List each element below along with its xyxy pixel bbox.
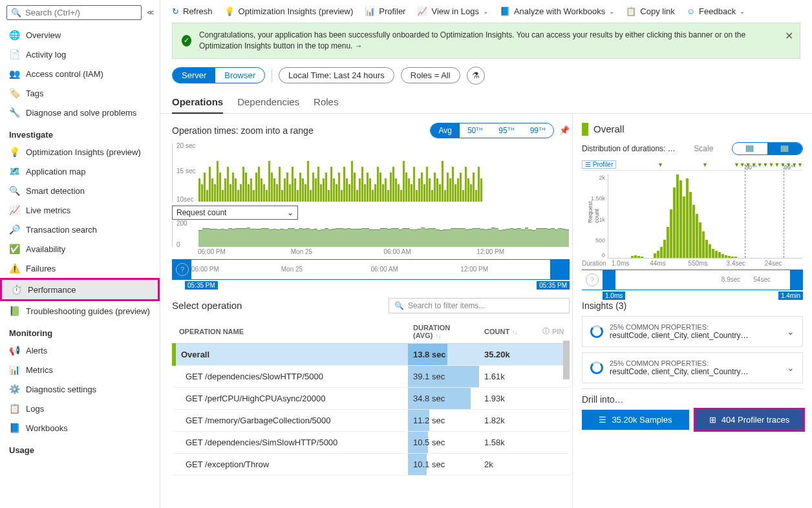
onboarding-banner[interactable]: ✓ Congratulations, your application has … [172,23,800,59]
smile-icon: ☺ [687,6,695,16]
donut-icon [590,325,603,338]
nav-item-label: Alerts [26,346,47,355]
time-range-slider[interactable]: ? 06:00 PMMon 2506:00 AM12:00 PM 05:35 P… [172,259,570,280]
sidebar-item-troubleshooting-guides-preview[interactable]: 📗Troubleshooting guides (preview) [0,301,160,321]
col-count[interactable]: COUNT↑↓ [479,320,537,344]
insight-card[interactable]: 25% COMMON PROPERTIES:resultCode, client… [582,316,803,347]
sidebar-item-performance[interactable]: ⏱️Performance [0,278,160,301]
percentile-99[interactable]: 99ᵀᴴ [522,123,553,138]
nav-item-label: Diagnostic settings [26,385,96,394]
sidebar-item-live-metrics[interactable]: 📈Live metrics [0,200,160,220]
sidebar-item-diagnose-and-solve-problems[interactable]: 🔧Diagnose and solve problems [0,103,160,122]
nav-item-icon: 📗 [9,306,19,316]
sidebar-search[interactable]: 🔍 [6,5,142,20]
table-row[interactable]: GET /exception/Throw10.1 sec2k [174,453,570,475]
sidebar-item-workbooks[interactable]: 📘Workbooks [0,418,160,438]
table-row[interactable]: GET /memory/GarbageCollection/500011.2 s… [174,409,570,431]
browser-toggle[interactable]: Browser [215,68,264,83]
profiler-marker-icon: ▼ [734,162,740,168]
optimization-insights-button[interactable]: 💡Optimization Insights (preview) [224,6,354,16]
sidebar-item-activity-log[interactable]: 📄Activity log [0,45,160,64]
funnel-icon: ⚗ [472,70,480,80]
sidebar-item-access-control-iam-[interactable]: 👥Access control (IAM) [0,64,160,83]
tab-dependencies[interactable]: Dependencies [237,91,299,113]
nav-item-label: Logs [26,404,44,414]
table-scrollbar[interactable] [563,341,570,379]
percentile-95[interactable]: 95ᵀᴴ [491,123,522,138]
percentile-50[interactable]: 50ᵀᴴ [460,123,491,138]
sidebar-item-transaction-search[interactable]: 🔎Transaction search [0,220,160,239]
profiler-icon: 📊 [365,6,375,16]
slider-handle-right[interactable] [790,270,803,290]
insight-title: 25% COMMON PROPERTIES: [610,359,780,367]
sidebar-item-tags[interactable]: 🏷️Tags [0,83,160,103]
sidebar-item-optimization-insights-preview-[interactable]: 💡Optimization Insights (preview) [0,142,160,162]
table-row[interactable]: GET /perfCPU/HighCPUAsync/2000034.8 sec1… [174,387,570,409]
request-count-dropdown[interactable]: Request count ⌄ [172,206,298,220]
nav-item-label: Failures [26,264,56,273]
sidebar-item-logs[interactable]: 📋Logs [0,399,160,418]
server-toggle[interactable]: Server [173,68,215,83]
sidebar-collapse-icon[interactable]: ≪ [147,8,155,17]
scale-slider[interactable] [732,142,803,155]
nav-item-icon: 📢 [9,345,19,355]
sidebar-item-application-map[interactable]: 🗺️Application map [0,162,160,181]
y-tick: 10sec [176,196,194,203]
insight-detail: resultCode, client_City, client_Country… [610,331,780,340]
percentile-avg[interactable]: Avg [431,123,459,138]
duration-histogram[interactable]: 50ᵀᴴ 99ᵀᴴ [608,175,803,259]
pin-icon[interactable]: 📌 [559,125,570,135]
nav-item-icon: 🏷️ [9,88,19,98]
time-axis: 06:00 PMMon 2506:00 AM12:00 PM [172,248,570,255]
add-filter-button[interactable]: ⚗ [467,67,485,85]
nav-item-icon: 📈 [9,205,19,215]
server-browser-toggle: Server Browser [172,67,265,83]
chevron-down-icon: ⌄ [287,208,294,217]
duration-range-slider[interactable]: ? 8.9sec 54sec 1.0ms 1.4min [582,270,803,290]
op-name-cell: GET /perfCPU/HighCPUAsync/20000 [174,387,408,409]
profiler-button[interactable]: 📊Profiler [365,6,405,16]
analyze-workbooks-button[interactable]: 📘Analyze with Workbooks⌄ [500,6,614,16]
feedback-button[interactable]: ☺Feedback⌄ [687,6,745,16]
operation-filter-input[interactable]: 🔍 Search to filter items... [389,298,570,313]
slider-handle-left[interactable] [603,270,615,290]
refresh-button[interactable]: ↻Refresh [172,6,213,16]
select-operation-label: Select operation [172,300,242,311]
sidebar-item-metrics[interactable]: 📊Metrics [0,360,160,379]
nav-item-label: Live metrics [26,206,70,215]
profiler-traces-button[interactable]: ⊞ 404 Profiler traces [696,410,803,430]
sidebar-item-availability[interactable]: ✅Availability [0,239,160,259]
view-in-logs-button[interactable]: 📈View in Logs⌄ [417,6,487,16]
nav-item-icon: 🔍 [9,185,19,196]
slider-handle-right[interactable] [550,260,570,279]
table-row[interactable]: Overall13.8 sec35.20k [174,343,570,365]
chevron-down-icon: ⌄ [787,363,795,373]
tab-roles[interactable]: Roles [314,91,338,113]
sidebar-item-smart-detection[interactable]: 🔍Smart detection [0,181,160,200]
insight-card[interactable]: 25% COMMON PROPERTIES:resultCode, client… [582,352,803,383]
line-chart[interactable]: 20 sec 15 sec 10sec [172,143,570,202]
profiler-tag[interactable]: ☰ Profiler [582,160,616,169]
tab-operations[interactable]: Operations [172,91,223,114]
nav-item-label: Tags [26,89,43,98]
sidebar-item-overview[interactable]: 🌐Overview [0,25,160,45]
nav-item-icon: 📘 [9,423,19,433]
copy-link-button[interactable]: 📋Copy link [626,6,674,16]
sidebar-item-failures[interactable]: ⚠️Failures [0,259,160,278]
table-row[interactable]: GET /dependencies/SimSlowHTTP/500010.5 s… [174,431,570,453]
samples-button[interactable]: ☰ 35.20k Samples [582,410,689,430]
banner-close-button[interactable]: ✕ [785,30,793,42]
time-range-chip[interactable]: Local Time: Last 24 hours [279,67,394,83]
nav-item-icon: 📄 [9,49,19,59]
table-row[interactable]: GET /dependencies/SlowHTTP/500039.1 sec1… [174,365,570,387]
sidebar-item-alerts[interactable]: 📢Alerts [0,341,160,360]
nav-item-icon: 🗺️ [9,166,19,176]
count-cell: 2k [479,453,537,475]
roles-chip[interactable]: Roles = All [401,67,460,83]
sidebar-item-diagnostic-settings[interactable]: ⚙️Diagnostic settings [0,379,160,399]
col-operation-name[interactable]: OPERATION NAME [174,320,408,344]
area-chart[interactable]: 200 0 [172,221,570,247]
col-duration[interactable]: DURATION (AVG)↑↓ [408,320,479,344]
nav-item-label: Diagnose and solve problems [26,108,136,118]
search-input[interactable] [25,8,137,17]
